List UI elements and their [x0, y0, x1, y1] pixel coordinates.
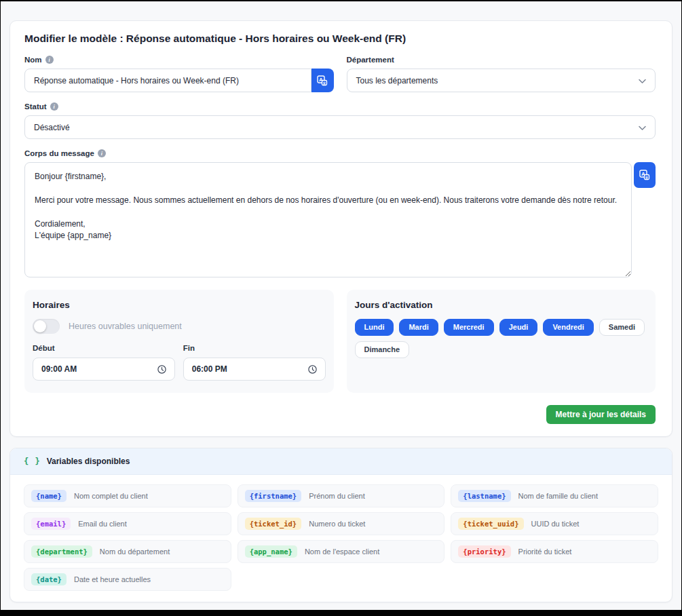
page-title: Modifier le modèle : Réponse automatique…	[24, 33, 656, 45]
variable-description: Date et heure actuelles	[74, 575, 151, 583]
info-icon: i	[50, 102, 58, 111]
variable-token-badge: {lastname}	[458, 490, 510, 502]
info-icon: i	[45, 56, 54, 64]
end-time-label: Fin	[183, 344, 326, 352]
start-time-group: Début 09:00 AM	[33, 344, 175, 381]
day-pill[interactable]: Jeudi	[499, 319, 538, 336]
update-details-button[interactable]: Mettre à jour les détails	[546, 405, 656, 424]
active-days-panel: Jours d'activation LundiMardiMercrediJeu…	[347, 290, 656, 393]
status-field-group: Statut i Désactivé	[24, 102, 656, 139]
variable-item[interactable]: {department} Nom du département	[24, 540, 231, 563]
variable-item[interactable]: {ticket_id} Numero du ticket	[238, 512, 445, 535]
status-select-value: Désactivé	[34, 123, 70, 132]
info-icon: i	[98, 149, 106, 157]
chevron-down-icon	[639, 76, 646, 85]
variables-header: { } Variables disponibles	[10, 448, 672, 475]
start-time-label: Début	[33, 344, 175, 352]
day-pill[interactable]: Samedi	[599, 319, 645, 336]
department-select-value: Tous les départements	[356, 76, 438, 85]
variables-list: {name} Nom complet du client {firstname}…	[10, 475, 672, 602]
variable-token-badge: {name}	[31, 490, 67, 502]
name-field-group: Nom i	[24, 56, 334, 92]
template-editor-card: Modifier le modèle : Réponse automatique…	[10, 20, 672, 437]
message-body-textarea[interactable]: Bonjour {firstname}, Merci pour votre me…	[24, 162, 632, 277]
name-label: Nom	[24, 56, 42, 64]
end-time-group: Fin 06:00 PM	[183, 344, 326, 381]
translate-icon	[317, 75, 328, 86]
variable-item[interactable]: {name} Nom complet du client	[24, 484, 231, 507]
chevron-down-icon	[639, 123, 646, 132]
variable-description: Priorité du ticket	[518, 547, 572, 556]
variable-token-badge: {ticket_id}	[245, 518, 302, 530]
variable-description: Nom de l'espace client	[305, 547, 379, 556]
variables-title: Variables disponibles	[47, 457, 130, 466]
days-list: LundiMardiMercrediJeudiVendrediSamediDim…	[355, 319, 648, 358]
braces-icon: { }	[24, 457, 41, 466]
end-time-value: 06:00 PM	[192, 364, 227, 374]
variable-item[interactable]: {priority} Priorité du ticket	[451, 540, 658, 563]
variable-token-badge: {firstname}	[245, 490, 302, 502]
variable-description: Nom complet du client	[74, 492, 148, 500]
day-pill[interactable]: Mardi	[399, 319, 438, 336]
variable-item[interactable]: {email} Email du client	[24, 512, 231, 535]
variable-token-badge: {department}	[31, 545, 92, 558]
department-label: Département	[347, 56, 394, 64]
variable-token-badge: {email}	[31, 518, 71, 530]
department-select[interactable]: Tous les départements	[347, 69, 656, 92]
variable-token-badge: {app_name}	[245, 545, 297, 558]
translate-icon	[639, 170, 650, 180]
message-body-label: Corps du message	[24, 149, 94, 157]
end-time-input[interactable]: 06:00 PM	[183, 358, 326, 381]
business-hours-toggle[interactable]	[33, 319, 60, 334]
toggle-knob	[34, 320, 46, 332]
start-time-input[interactable]: 09:00 AM	[33, 358, 175, 381]
day-pill[interactable]: Vendredi	[543, 319, 593, 336]
variable-description: Nom de famille du client	[518, 492, 598, 500]
body-field-group: Corps du message i Bonjour {firstname}, …	[24, 149, 656, 277]
day-pill[interactable]: Dimanche	[355, 341, 410, 358]
variable-description: Numero du ticket	[309, 520, 365, 528]
clock-icon	[308, 365, 317, 374]
variable-description: Prénom du client	[309, 492, 365, 500]
name-input[interactable]	[24, 69, 311, 92]
department-field-group: Département Tous les départements	[347, 56, 656, 92]
variable-item[interactable]: {ticket_uuid} UUID du ticket	[451, 512, 658, 535]
variable-item[interactable]: {app_name} Nom de l'espace client	[238, 540, 445, 563]
variable-item[interactable]: {firstname} Prénom du client	[238, 484, 445, 507]
status-select[interactable]: Désactivé	[24, 115, 656, 139]
variable-token-badge: {date}	[31, 573, 67, 585]
schedule-panel: Horaires Heures ouvrables uniquement Déb…	[24, 290, 334, 393]
day-pill[interactable]: Mercredi	[444, 319, 494, 336]
active-days-title: Jours d'activation	[355, 300, 648, 310]
variable-item[interactable]: {date} Date et heure actuelles	[24, 568, 231, 591]
status-label: Statut	[24, 102, 47, 111]
clock-icon	[157, 365, 166, 374]
translate-body-button[interactable]	[634, 162, 656, 188]
day-pill[interactable]: Lundi	[355, 319, 394, 336]
variable-description: Email du client	[78, 520, 127, 528]
variable-description: UUID du ticket	[531, 520, 580, 528]
schedule-title: Horaires	[33, 300, 326, 310]
variable-token-badge: {ticket_uuid}	[458, 518, 523, 530]
page: Modifier le modèle : Réponse automatique…	[1, 20, 681, 602]
translate-name-button[interactable]	[311, 69, 334, 92]
variable-token-badge: {priority}	[458, 545, 510, 558]
business-hours-toggle-label: Heures ouvrables uniquement	[69, 322, 182, 331]
start-time-value: 09:00 AM	[41, 364, 77, 374]
variable-description: Nom du département	[100, 547, 170, 556]
variable-item[interactable]: {lastname} Nom de famille du client	[451, 484, 658, 507]
available-variables-card: { } Variables disponibles {name} Nom com…	[10, 448, 672, 602]
